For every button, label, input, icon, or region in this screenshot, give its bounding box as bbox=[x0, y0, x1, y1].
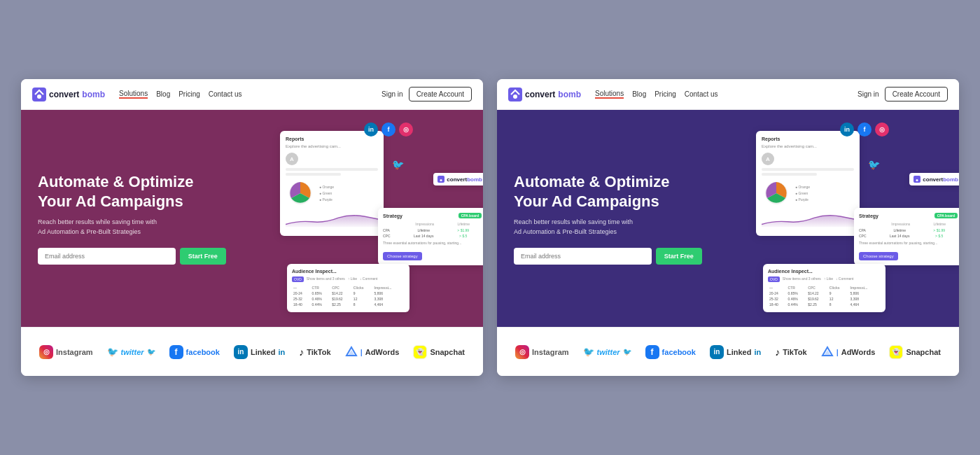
twitter-brand-icon-2: 🐦 bbox=[583, 346, 594, 357]
sign-in-2[interactable]: Sign in bbox=[858, 90, 879, 98]
nav-pricing-1[interactable]: Pricing bbox=[178, 90, 200, 98]
brand-snapchat-2: 👻 Snapchat bbox=[889, 345, 941, 359]
instagram-brand-icon-1: ◎ bbox=[39, 345, 53, 359]
logo-badge-1: convertbomb bbox=[433, 173, 483, 186]
nav-contact-2[interactable]: Contact us bbox=[685, 90, 718, 98]
strategy-title-1: Strategy CPA board bbox=[383, 213, 482, 218]
logo-bomb-1: bomb bbox=[82, 90, 105, 99]
snapchat-label-1: Snapchat bbox=[430, 348, 465, 356]
nav-links-2: Solutions Blog Pricing Contact us bbox=[595, 90, 849, 99]
facebook-label-2: facebook bbox=[662, 348, 696, 356]
adwords-label-1: AdWords bbox=[365, 348, 400, 356]
choose-strategy-btn-2[interactable]: Choose strategy bbox=[859, 252, 898, 260]
facebook-icon-1: f bbox=[382, 122, 396, 136]
create-account-btn-1[interactable]: Create Account bbox=[409, 87, 472, 102]
area-chart-1 bbox=[286, 212, 378, 227]
nav-solutions-1[interactable]: Solutions bbox=[119, 90, 148, 99]
desc-lines-2 bbox=[762, 168, 854, 176]
linkedin-icon-2: in bbox=[840, 122, 854, 136]
desc-line-2a bbox=[762, 168, 854, 171]
logo-badge-text-1: convertbomb bbox=[447, 176, 482, 183]
email-input-2[interactable] bbox=[514, 248, 652, 265]
create-account-btn-2[interactable]: Create Account bbox=[885, 87, 948, 102]
brand-tiktok-1: ♪ TikTok bbox=[299, 346, 330, 358]
adwords-brand-icon-2 bbox=[821, 346, 834, 358]
area-chart-2 bbox=[762, 212, 854, 227]
snapchat-brand-icon-2: 👻 bbox=[889, 345, 903, 359]
automation-text-2: Three essential automations for pausing,… bbox=[859, 241, 958, 245]
chart-legend-1: ● Orange● Green● Purple bbox=[319, 184, 334, 203]
linkedin-label-1: Linked bbox=[251, 348, 275, 356]
choose-strategy-btn-1[interactable]: Choose strategy bbox=[383, 252, 422, 260]
strategy-row2-2: CPC Last 14 days > $.5 bbox=[859, 234, 958, 238]
person-avatar-1: A bbox=[286, 153, 298, 165]
brand-bar-1: ◎ Instagram 🐦 twitter 🐦 f facebook in Li… bbox=[21, 327, 483, 376]
instagram-icon-1: ◎ bbox=[399, 122, 413, 136]
svg-point-11 bbox=[916, 179, 918, 181]
strategy-row1-1: CPA Lifetime > $1.99 bbox=[383, 228, 482, 232]
brand-facebook-1: f facebook bbox=[169, 345, 220, 359]
hero-right-1: Reports Explore the advertising cam... A bbox=[280, 117, 483, 320]
tiktok-label-2: TikTok bbox=[783, 348, 806, 356]
pie-chart-1 bbox=[286, 178, 315, 208]
logo-2[interactable]: convertbomb bbox=[508, 88, 581, 102]
nav-blog-2[interactable]: Blog bbox=[632, 90, 646, 98]
social-float-2: in f ◎ bbox=[840, 122, 889, 136]
strategy-headers-2: Impressions Lifetime bbox=[859, 222, 958, 226]
start-btn-1[interactable]: Start Free bbox=[180, 248, 226, 265]
ov-bar-1: OVD Show items and 3 others ↑ Like ↓ Com… bbox=[292, 276, 405, 282]
twitter-label-2: twitter bbox=[597, 348, 620, 356]
linkedin-label-2: Linked bbox=[727, 348, 751, 356]
nav-solutions-2[interactable]: Solutions bbox=[595, 90, 624, 99]
nav-right-1: Sign in Create Account bbox=[382, 87, 472, 102]
hero-2: in f ◎ Automate & OptimizeYour Ad Campai… bbox=[497, 110, 959, 327]
sign-in-1[interactable]: Sign in bbox=[382, 90, 403, 98]
reports-title-1: Reports bbox=[286, 136, 378, 141]
logo-convert-1: convert bbox=[49, 90, 79, 99]
audience-title-1: Audience Inspect... bbox=[292, 269, 405, 274]
reports-card-1: Reports Explore the advertising cam... A bbox=[280, 131, 384, 236]
svg-point-1 bbox=[37, 94, 41, 99]
pie-container-1: ● Orange● Green● Purple bbox=[286, 178, 378, 208]
nav-pricing-2[interactable]: Pricing bbox=[654, 90, 676, 98]
person-avatar-2: A bbox=[762, 153, 774, 165]
desc-line-1b bbox=[286, 173, 341, 176]
snapchat-brand-icon-1: 👻 bbox=[413, 345, 427, 359]
card-1: convertbomb Solutions Blog Pricing Conta… bbox=[21, 79, 483, 376]
twitter-float-2: 🐦 bbox=[868, 159, 880, 170]
email-input-1[interactable] bbox=[38, 248, 176, 265]
nav-blog-1[interactable]: Blog bbox=[156, 90, 170, 98]
reports-title-2: Reports bbox=[762, 136, 854, 141]
brand-twitter-1: 🐦 twitter 🐦 bbox=[107, 346, 155, 357]
audience-table-2: — CTR CPC Clicks Impressi... 20-24 0.65% bbox=[768, 285, 881, 307]
social-float-1: in f ◎ bbox=[364, 122, 413, 136]
facebook-label-1: facebook bbox=[186, 348, 220, 356]
linkedin-brand-icon-1: in bbox=[234, 345, 248, 359]
desc-lines-1 bbox=[286, 168, 378, 176]
nav-contact-1[interactable]: Contact us bbox=[209, 90, 242, 98]
hero-sub-1: Reach better results while saving time w… bbox=[38, 218, 226, 237]
cpa-badge-2: CPA board bbox=[934, 213, 958, 218]
twitter-brand-icon-1: 🐦 bbox=[107, 346, 118, 357]
ov-bar-2: OVD Show items and 3 others ↑ Like ↓ Com… bbox=[768, 276, 881, 282]
twitter-float-1: 🐦 bbox=[392, 159, 404, 170]
page-wrapper: convertbomb Solutions Blog Pricing Conta… bbox=[7, 65, 973, 390]
adwords-brand-icon-1 bbox=[345, 346, 358, 358]
chart-legend-2: ● Orange● Green● Purple bbox=[795, 184, 810, 203]
automation-text-1: Three essential automations for pausing,… bbox=[383, 241, 482, 245]
start-btn-2[interactable]: Start Free bbox=[656, 248, 702, 265]
brand-adwords-1: | AdWords bbox=[345, 346, 400, 358]
navbar-2: convertbomb Solutions Blog Pricing Conta… bbox=[497, 79, 959, 110]
audience-title-2: Audience Inspect... bbox=[768, 269, 881, 274]
tiktok-label-1: TikTok bbox=[307, 348, 330, 356]
logo-1[interactable]: convertbomb bbox=[32, 88, 105, 102]
twitter-label-1: twitter bbox=[121, 348, 144, 356]
reports-subtitle-2: Explore the advertising cam... bbox=[762, 144, 854, 148]
hero-title-2: Automate & OptimizeYour Ad Campaigns bbox=[514, 172, 702, 211]
facebook-brand-icon-1: f bbox=[169, 345, 183, 359]
audience-card-1: Audience Inspect... OVD Show items and 3… bbox=[287, 264, 410, 312]
linkedin-icon-1: in bbox=[364, 122, 378, 136]
facebook-icon-2: f bbox=[858, 122, 872, 136]
brand-adwords-2: | AdWords bbox=[821, 346, 876, 358]
logo-icon-2 bbox=[508, 88, 522, 102]
